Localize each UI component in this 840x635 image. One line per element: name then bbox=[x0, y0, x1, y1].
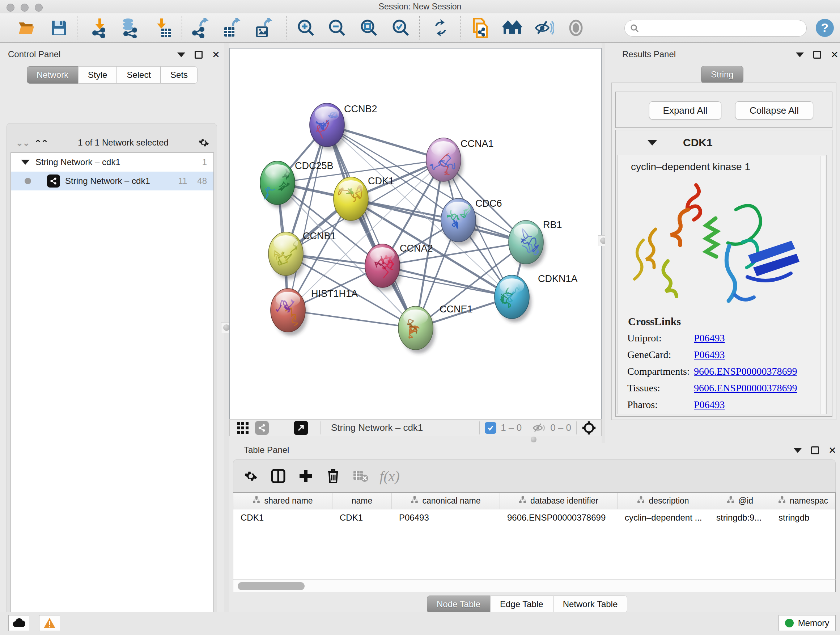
node-table[interactable]: shared namenamecanonical namedatabase id… bbox=[233, 492, 836, 579]
delete-column-trash-icon[interactable] bbox=[322, 465, 344, 487]
crosslink-link[interactable]: P06493 bbox=[694, 349, 725, 361]
copy-pages-icon[interactable] bbox=[470, 18, 491, 38]
search-box[interactable] bbox=[624, 20, 807, 36]
table-cell[interactable]: CDK1 bbox=[233, 509, 332, 526]
network-row[interactable]: String Network – cdk1 11 48 bbox=[11, 172, 213, 190]
entry-expander-icon[interactable] bbox=[647, 140, 657, 146]
panel-menu-icon[interactable] bbox=[177, 52, 185, 57]
gear-icon[interactable] bbox=[198, 137, 210, 149]
collapse-all-icon[interactable]: ⌄⌄ bbox=[16, 137, 29, 149]
tab-select[interactable]: Select bbox=[117, 66, 161, 84]
grid-view-icon[interactable] bbox=[236, 421, 249, 434]
node-CDKN1A[interactable]: CDKN1A bbox=[494, 273, 578, 322]
add-column-icon[interactable] bbox=[295, 465, 317, 487]
column-header-canonical-name[interactable]: canonical name bbox=[392, 493, 500, 509]
export-network-icon[interactable] bbox=[190, 18, 210, 38]
panel-close-icon[interactable]: ✕ bbox=[829, 447, 836, 454]
table-cell[interactable]: CDK1 bbox=[332, 509, 392, 526]
collapse-all-button[interactable]: Collapse All bbox=[735, 101, 813, 119]
import-table-file-icon[interactable] bbox=[153, 18, 173, 38]
node-CCNE1[interactable]: CCNE1 bbox=[398, 304, 473, 353]
zoom-out-icon[interactable] bbox=[327, 18, 347, 38]
node-RB1[interactable]: RB1 bbox=[508, 219, 562, 268]
table-cell[interactable]: cyclin–dependent ... bbox=[617, 509, 709, 526]
panel-float-icon[interactable] bbox=[811, 447, 819, 454]
entry-header[interactable]: CDK1 bbox=[616, 130, 832, 155]
show-graphics-details-icon[interactable] bbox=[566, 18, 586, 38]
table-cell[interactable]: P06493 bbox=[392, 509, 500, 526]
network-overview-icon[interactable] bbox=[255, 421, 269, 435]
crosslink-link[interactable]: 9606.ENSP00000378699 bbox=[694, 382, 797, 394]
export-table-icon[interactable] bbox=[221, 18, 242, 38]
zoom-in-icon[interactable] bbox=[296, 18, 316, 38]
open-session-icon[interactable] bbox=[16, 18, 36, 38]
node-CDC6[interactable]: CDC6 bbox=[441, 198, 502, 245]
hidden-items-icon[interactable] bbox=[532, 422, 546, 434]
tab-string[interactable]: String bbox=[701, 66, 744, 83]
show-columns-icon[interactable] bbox=[267, 465, 289, 487]
results-scrollbar[interactable] bbox=[821, 156, 826, 414]
warnings-button[interactable] bbox=[39, 615, 60, 631]
column-header-namespac[interactable]: namespac bbox=[771, 493, 835, 509]
selected-nodes-checkbox[interactable] bbox=[485, 422, 496, 434]
table-settings-gear-icon[interactable] bbox=[240, 465, 262, 487]
table-horizontal-scrollbar[interactable] bbox=[233, 579, 836, 592]
column-type-icon bbox=[637, 496, 645, 506]
open-in-window-icon[interactable] bbox=[294, 421, 308, 435]
crosslink-link[interactable]: 9606.ENSP00000378699 bbox=[694, 366, 797, 377]
export-image-icon[interactable] bbox=[253, 18, 273, 38]
crosslink-link[interactable]: P06493 bbox=[694, 399, 725, 410]
fit-selected-crosshair-icon[interactable] bbox=[582, 421, 596, 435]
zoom-fit-icon[interactable] bbox=[359, 18, 379, 38]
expand-all-icon[interactable]: ⌄⌄ bbox=[35, 137, 49, 149]
hide-graphics-details-icon[interactable] bbox=[534, 18, 554, 38]
import-network-file-icon[interactable] bbox=[90, 18, 110, 38]
panel-float-icon[interactable] bbox=[813, 51, 821, 59]
node-HIST1H1A[interactable]: HIST1H1A bbox=[271, 288, 358, 336]
tab-node-table[interactable]: Node Table bbox=[427, 595, 490, 613]
zoom-selected-icon[interactable] bbox=[391, 18, 411, 38]
scrollbar-thumb[interactable] bbox=[238, 582, 305, 590]
horizontal-splitter-handle[interactable] bbox=[529, 437, 538, 442]
function-builder-icon[interactable]: f(x) bbox=[379, 465, 401, 487]
table-row[interactable]: CDK1CDK1P064939606.ENSP00000378699cyclin… bbox=[233, 509, 835, 526]
node-CDC25B[interactable]: CDC25B bbox=[260, 160, 333, 208]
node-CCNA1[interactable]: CCNA1 bbox=[426, 138, 494, 185]
column-header-shared-name[interactable]: shared name bbox=[233, 493, 332, 509]
cloud-button[interactable] bbox=[8, 615, 29, 631]
panel-float-icon[interactable] bbox=[195, 51, 202, 59]
crosslink-link[interactable]: P06493 bbox=[694, 333, 725, 344]
network-graph[interactable]: CCNB2CCNA1CDC25BCDK1CDC6RB1CCNB1CCNA2CDK… bbox=[230, 49, 601, 419]
panel-close-icon[interactable]: ✕ bbox=[831, 51, 838, 59]
table-cell[interactable]: stringdb:9... bbox=[709, 509, 771, 526]
tab-sets[interactable]: Sets bbox=[161, 66, 197, 84]
network-view-canvas[interactable]: CCNB2CCNA1CDC25BCDK1CDC6RB1CCNB1CCNA2CDK… bbox=[229, 48, 602, 419]
table-cell[interactable]: stringdb bbox=[771, 509, 835, 526]
network-collection-row[interactable]: String Network – cdk1 1 bbox=[11, 153, 213, 172]
save-session-icon[interactable] bbox=[49, 18, 69, 38]
tab-style[interactable]: Style bbox=[78, 66, 117, 84]
column-header-description[interactable]: description bbox=[617, 493, 709, 509]
string-results-card: Expand All Collapse All CDK1 cyclin–depe… bbox=[611, 82, 836, 420]
column-header--id[interactable]: @id bbox=[709, 493, 771, 509]
table-cell[interactable]: 9606.ENSP00000378699 bbox=[500, 509, 617, 526]
refresh-layout-icon[interactable] bbox=[431, 18, 451, 38]
search-input[interactable] bbox=[639, 23, 806, 33]
string-home-icon[interactable] bbox=[502, 18, 523, 38]
panel-menu-icon[interactable] bbox=[794, 448, 802, 453]
help-icon[interactable]: ? bbox=[815, 18, 835, 38]
collection-expander-icon[interactable] bbox=[21, 160, 30, 165]
column-header-name[interactable]: name bbox=[332, 493, 392, 509]
import-network-database-icon[interactable] bbox=[119, 18, 140, 38]
tab-edge-table[interactable]: Edge Table bbox=[490, 595, 553, 613]
tab-network-table[interactable]: Network Table bbox=[553, 595, 628, 613]
panel-menu-icon[interactable] bbox=[796, 52, 804, 57]
panel-close-icon[interactable]: ✕ bbox=[212, 51, 220, 59]
memory-button[interactable]: Memory bbox=[778, 615, 836, 631]
expand-all-button[interactable]: Expand All bbox=[649, 101, 722, 119]
column-header-database-identifier[interactable]: database identifier bbox=[500, 493, 617, 509]
tab-network[interactable]: Network bbox=[27, 66, 78, 84]
delete-table-icon[interactable] bbox=[350, 465, 371, 487]
node-CCNB2[interactable]: CCNB2 bbox=[309, 103, 377, 150]
node-CCNB1[interactable]: CCNB1 bbox=[268, 231, 336, 279]
